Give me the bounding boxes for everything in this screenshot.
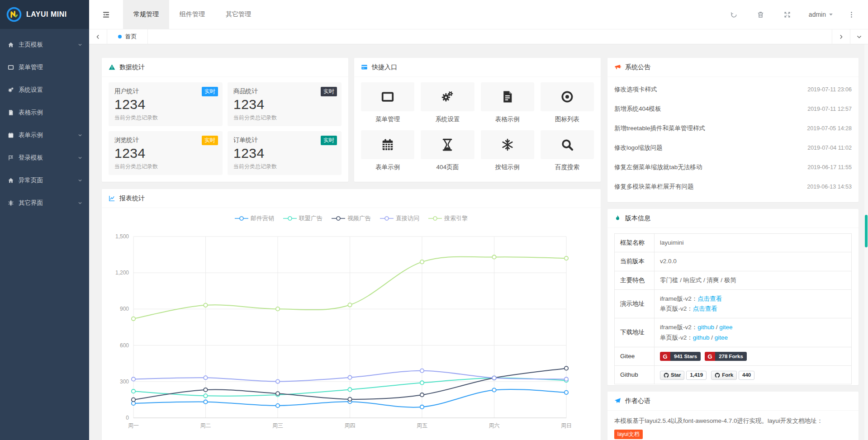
github-badge[interactable]: Star1,419 [660,371,707,380]
legend-marker [235,215,248,222]
legend-item-3[interactable]: 视频广告 [332,214,371,222]
gitee-badge-text: 278 Forks [715,352,747,361]
quick-entry-8[interactable]: 百度搜索 [541,130,594,171]
clear-cache-icon[interactable] [747,11,774,19]
github-badge[interactable]: Fork440 [711,371,754,380]
notice-item-2[interactable]: 新增系统404模板2019-07-11 12:57 [614,99,852,118]
version-link[interactable]: gitee [719,324,732,331]
tab-home-label: 首页 [125,33,137,41]
hourglass-icon [421,130,474,159]
version-row-value: v2.0.0 [655,252,852,271]
sidebar-item-label: 表单示例 [19,131,77,139]
quick-entry-4[interactable]: 图标列表 [541,82,594,123]
layui-doc-badge[interactable]: layui文档 [614,430,643,439]
warning-triangle-icon [109,64,115,71]
quick-entry-3[interactable]: 表格示例 [481,82,534,123]
svg-text:周五: 周五 [417,422,427,429]
svg-text:900: 900 [120,306,129,312]
legend-label: 联盟广告 [299,214,323,222]
sidebar-item-1[interactable]: 主页模板 [0,33,89,56]
quick-entry-1[interactable]: 菜单管理 [361,82,414,123]
legend-item-5[interactable]: 搜索引擎 [428,214,468,222]
stats-card: 数据统计 用户统计1234当前分类总记录数实时商品统计1234当前分类总记录数实… [102,58,348,182]
notice-text: 修复左侧菜单缩放就tab无法移动 [614,163,702,171]
quick-entry-7[interactable]: 按钮示例 [481,130,534,171]
sidebar-item-2[interactable]: 菜单管理 [0,56,89,79]
chevron-down-icon [77,200,83,206]
notice-item-6[interactable]: 修复多模块菜单栏展开有问题2019-06-13 14:53 [614,177,852,196]
svg-text:周四: 周四 [345,422,356,429]
version-link[interactable]: github [697,324,714,331]
quick-entry-5[interactable]: 表单示例 [361,130,414,171]
header-tab-2[interactable]: 组件管理 [169,0,215,29]
version-link[interactable]: gitee [715,334,728,341]
version-row-value: iframe版-v2：点击查看单页版-v2：点击查看 [655,289,852,318]
stat-box-4: 订单统计1234当前分类总记录数实时 [228,131,342,175]
fullscreen-icon[interactable] [774,11,801,19]
sidebar-item-label: 其它界面 [19,199,77,207]
notice-item-4[interactable]: 修改logo缩放问题2019-07-04 11:02 [614,138,852,157]
version-link-line: 单页版-v2：github / gitee [660,333,846,343]
logo[interactable]: LAYUI MINI [0,0,89,29]
more-vertical-icon[interactable] [841,11,858,19]
file-icon [481,82,534,111]
quick-entry-6[interactable]: 404页面 [421,130,474,171]
tab-scroll-right-button[interactable] [832,29,850,44]
sidebar-item-4[interactable]: 表格示例 [0,101,89,124]
tab-home[interactable]: 首页 [107,29,148,44]
version-link[interactable]: github [693,334,710,341]
sidebar-item-5[interactable]: 表单示例 [0,124,89,147]
gitee-badge[interactable]: G278 Forks [705,352,747,361]
notice-text: 新增treetable插件和菜单管理样式 [614,124,705,132]
stat-value: 1234 [114,97,217,112]
quick-card-title: 快捷入口 [372,63,397,71]
version-row-value: 零门槛 / 响应式 / 清爽 / 极简 [655,271,852,289]
line-chart-icon [109,195,115,202]
caret-down-icon [829,12,833,17]
snowflake-icon [481,130,534,159]
version-link-line: iframe版-v2：github / gitee [660,322,846,332]
legend-item-1[interactable]: 邮件营销 [235,214,274,222]
stat-value: 1234 [114,146,217,161]
user-menu[interactable]: admin [801,11,841,18]
github-button: Fork [711,371,737,380]
legend-item-2[interactable]: 联盟广告 [283,214,323,222]
report-card: 报表统计 邮件营销联盟广告视频广告直接访问搜索引擎 03006009001,20… [102,189,601,440]
search-icon [541,130,594,159]
version-link[interactable]: 点击查看 [697,295,722,302]
refresh-icon[interactable] [721,11,747,19]
sidebar-item-6[interactable]: 登录模板 [0,147,89,169]
scrollbar-thumb[interactable] [865,215,868,247]
version-row-label: 框架名称 [615,234,655,252]
github-button-label: Fork [722,371,733,379]
version-link[interactable]: 点击查看 [693,305,717,312]
paper-plane-icon [614,397,621,404]
header-tab-3[interactable]: 其它管理 [215,0,261,29]
notice-date: 2019-07-11 23:06 [807,86,852,93]
notice-item-1[interactable]: 修改选项卡样式2019-07-11 23:06 [614,80,852,99]
quick-entry-label: 图标列表 [541,115,594,123]
sidebar-item-8[interactable]: 其它界面 [0,192,89,214]
flag-icon [8,155,19,161]
menu-collapse-button[interactable] [89,0,123,29]
legend-item-4[interactable]: 直接访问 [380,214,419,222]
scrollbar-track [864,44,868,440]
version-row-value: iframe版-v2：github / gitee单页版-v2：github /… [655,318,852,347]
calendar-icon [8,132,19,138]
tab-scroll-left-button[interactable] [89,29,107,44]
gitee-badge[interactable]: G941 Stars [660,352,701,361]
tab-menu-dropdown-button[interactable] [850,29,868,44]
notice-item-5[interactable]: 修复左侧菜单缩放就tab无法移动2019-06-17 11:55 [614,157,852,177]
version-row-7: GithubStar1,419Fork440 [615,366,852,384]
main-content: 数据统计 用户统计1234当前分类总记录数实时商品统计1234当前分类总记录数实… [89,44,864,440]
sidebar-item-3[interactable]: 系统设置 [0,79,89,101]
header-tab-1[interactable]: 常规管理 [123,0,169,29]
notice-item-3[interactable]: 新增treetable插件和菜单管理样式2019-07-05 14:28 [614,118,852,138]
stat-desc: 当前分类总记录数 [114,163,217,170]
collapse-menu-icon [102,10,110,19]
sidebar-item-label: 表格示例 [19,109,83,117]
quick-entry-2[interactable]: 系统设置 [421,82,474,123]
sidebar-item-7[interactable]: 异常页面 [0,169,89,192]
chevron-down-icon [77,178,83,183]
chart-legend: 邮件营销联盟广告视频广告直接访问搜索引擎 [102,214,601,222]
